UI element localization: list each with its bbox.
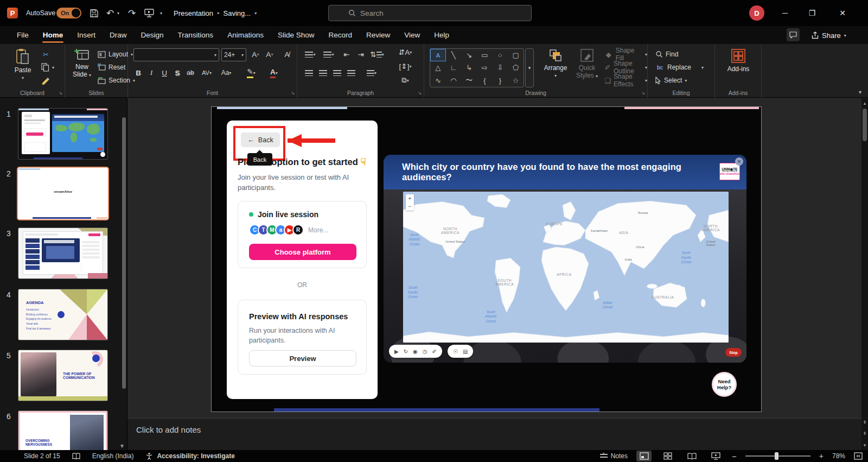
- numbering-button[interactable]: ▾: [321, 48, 336, 60]
- addins-button[interactable]: Add-ins: [725, 48, 752, 73]
- convert-smartart-button[interactable]: ⧉▾: [395, 74, 416, 86]
- save-icon[interactable]: [87, 7, 101, 20]
- quick-styles-button[interactable]: QuickStyles ▾: [573, 48, 601, 79]
- idea-icon[interactable]: ☉: [453, 349, 458, 355]
- align-right-button[interactable]: [331, 67, 343, 79]
- account-avatar[interactable]: D: [749, 5, 764, 21]
- paste-button[interactable]: Paste ▾: [11, 48, 35, 80]
- columns-button[interactable]: ▾: [363, 67, 380, 79]
- font-dialog-launcher-icon[interactable]: ↘: [291, 91, 295, 96]
- strikethrough-button[interactable]: ab: [184, 67, 196, 79]
- reading-view-button[interactable]: [684, 451, 699, 461]
- shape-gallery-more-button[interactable]: ▾: [525, 48, 534, 87]
- bullets-button[interactable]: ▾: [303, 48, 318, 60]
- zoom-slider[interactable]: [745, 455, 810, 457]
- fit-slide-to-window-icon[interactable]: [854, 452, 863, 460]
- spellcheck-icon[interactable]: [72, 453, 80, 460]
- undo-dropdown-icon[interactable]: ▾: [115, 7, 122, 20]
- scrollbar-thumb[interactable]: [863, 109, 867, 141]
- replace-button[interactable]: bc Replace▾: [655, 61, 704, 73]
- comments-button[interactable]: [787, 28, 800, 41]
- zoom-slider-thumb[interactable]: [775, 452, 778, 460]
- increase-font-size-button[interactable]: A˄: [250, 48, 261, 60]
- shape-arrow-icon[interactable]: ↘: [461, 49, 477, 61]
- align-text-button[interactable]: [⇕]▾: [395, 60, 416, 72]
- previous-slide-button[interactable]: ⇞: [861, 420, 868, 425]
- shape-rounded-rectangle-icon[interactable]: ▢: [508, 49, 524, 61]
- notes-toggle-button[interactable]: ˄ Notes: [600, 452, 628, 460]
- shape-freeform-icon[interactable]: ⬠: [508, 61, 524, 74]
- slide-5-thumbnail[interactable]: THE POWER OF COMMUNICATION: [18, 350, 107, 401]
- search-bar[interactable]: [328, 5, 532, 21]
- autosave-toggle[interactable]: On: [56, 8, 81, 18]
- accessibility-status[interactable]: Accessibility: Investigate: [157, 452, 234, 460]
- shape-arc-icon[interactable]: ◠: [446, 74, 462, 87]
- shape-line-icon[interactable]: ╲: [446, 49, 462, 61]
- reset-button[interactable]: Reset: [98, 61, 125, 73]
- copy-button[interactable]: ▾: [41, 61, 54, 73]
- notes-placeholder[interactable]: Click to add notes: [136, 425, 201, 434]
- underline-button[interactable]: U: [158, 67, 170, 79]
- tab-record[interactable]: Record: [321, 26, 359, 44]
- more-platforms-link[interactable]: More...: [308, 226, 328, 234]
- tab-animations[interactable]: Animations: [220, 26, 271, 44]
- shape-elbow-arrow-icon[interactable]: ↳: [461, 61, 477, 74]
- thumbnail-scrollbar[interactable]: [122, 111, 126, 436]
- slideshow-view-button[interactable]: [708, 451, 723, 461]
- scroll-down-icon[interactable]: ▾: [861, 442, 868, 448]
- stop-button[interactable]: Stop: [725, 348, 742, 357]
- text-shadow-button[interactable]: S: [171, 67, 183, 79]
- format-painter-button[interactable]: [41, 74, 50, 86]
- map-zoom-control[interactable]: +−: [406, 194, 414, 211]
- world-map[interactable]: NORTH AMERICA United States SOUTH AMERIC…: [403, 192, 729, 343]
- platform-restream-icon[interactable]: R: [292, 224, 304, 236]
- font-name-combobox[interactable]: ▾: [133, 48, 219, 61]
- notes-pane[interactable]: Click to add notes: [127, 418, 861, 450]
- shape-down-arrow-icon[interactable]: ⇩: [493, 61, 508, 74]
- slide-1-thumbnail[interactable]: [18, 109, 107, 159]
- zoom-level[interactable]: 78%: [832, 452, 845, 460]
- shape-curve-icon[interactable]: 〜: [461, 74, 477, 87]
- collapse-ribbon-icon[interactable]: ▾: [859, 89, 861, 95]
- scroll-up-icon[interactable]: ▴: [861, 100, 868, 106]
- play-icon[interactable]: ▶: [394, 349, 399, 355]
- justify-button[interactable]: [345, 67, 357, 79]
- paragraph-dialog-launcher-icon[interactable]: ↘: [418, 91, 422, 96]
- preview-button[interactable]: Preview: [249, 350, 356, 366]
- tab-file[interactable]: File: [10, 26, 36, 44]
- tab-slideshow[interactable]: Slide Show: [271, 26, 322, 44]
- highlight-color-button[interactable]: ✎▾: [242, 67, 260, 79]
- vertical-scrollbar[interactable]: ▴ ⇞ ⇟ ▾: [861, 99, 868, 450]
- clear-formatting-button[interactable]: A̸: [281, 48, 293, 60]
- select-button[interactable]: Select▾: [655, 74, 687, 86]
- zoom-out-button[interactable]: −: [732, 452, 737, 461]
- thumbnail-scroll-down-icon[interactable]: ▼: [119, 443, 125, 449]
- shape-right-brace-icon[interactable]: }: [493, 74, 508, 87]
- shape-outline-button[interactable]: ✐Shape Outline▾: [604, 61, 647, 73]
- language-indicator[interactable]: English (India): [92, 452, 134, 460]
- shape-fill-button[interactable]: ◆Shape Fill▾: [604, 48, 647, 60]
- shape-triangle-icon[interactable]: △: [430, 61, 446, 74]
- back-button[interactable]: ← Back: [241, 132, 280, 147]
- increase-indent-button[interactable]: ⇥: [355, 48, 367, 60]
- find-button[interactable]: Find: [655, 48, 678, 60]
- italic-button[interactable]: I: [145, 67, 157, 79]
- shape-star-icon[interactable]: ☆: [508, 74, 524, 87]
- slide-number-indicator[interactable]: Slide 2 of 15: [24, 452, 60, 460]
- restore-button[interactable]: ❐: [800, 0, 825, 26]
- panel-icon[interactable]: ▤: [463, 349, 468, 355]
- restart-icon[interactable]: ↻: [404, 349, 408, 355]
- tab-design[interactable]: Design: [134, 26, 171, 44]
- tab-transitions[interactable]: Transitions: [171, 26, 221, 44]
- decrease-indent-button[interactable]: ⇤: [341, 48, 353, 60]
- search-input[interactable]: [360, 9, 501, 17]
- slide-2-thumbnail[interactable]: streamAlive: [18, 168, 107, 219]
- arrange-button[interactable]: Arrange ▾: [540, 48, 571, 78]
- start-slideshow-icon[interactable]: [142, 7, 156, 20]
- tab-insert[interactable]: Insert: [70, 26, 103, 44]
- shape-rectangle-icon[interactable]: ▭: [477, 49, 493, 61]
- shape-effects-button[interactable]: ❏Shape Effects▾: [604, 74, 647, 86]
- change-case-button[interactable]: Aa▾: [218, 67, 234, 79]
- powerpoint-logo-icon[interactable]: P: [7, 8, 18, 18]
- slide-3-thumbnail[interactable]: [18, 228, 107, 279]
